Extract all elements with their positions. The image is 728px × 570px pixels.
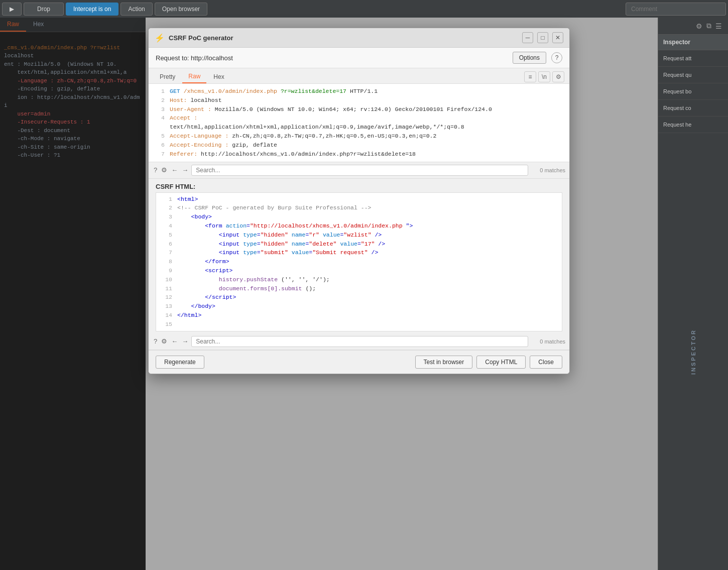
modal-tab-hex[interactable]: Hex <box>207 71 230 83</box>
inspector-request-co[interactable]: Request co <box>658 100 728 117</box>
code-line: text/html,application/xhtml+xml,applicat… <box>149 123 569 132</box>
csrf-code-line: 3 <body> <box>156 212 562 221</box>
csrf-code-line: 7 <input type="submit" value="Submit req… <box>156 248 562 257</box>
csrf-code-area: 1 <html> 2 <!-- CSRF PoC - generated by … <box>156 192 562 331</box>
modal-tab-raw[interactable]: Raw <box>182 70 206 83</box>
csrf-code-line: 12 </script> <box>156 293 562 302</box>
comment-input[interactable] <box>626 3 726 16</box>
search-settings-icon[interactable]: ⚙ <box>160 165 168 175</box>
search-back-icon-2[interactable]: ← <box>170 336 179 346</box>
modal-minimize-button[interactable]: ─ <box>522 32 533 43</box>
search-matches-top: 0 matches <box>530 167 565 173</box>
csrf-code-line: 15 <box>156 320 562 329</box>
intercept-button[interactable]: Intercept is on <box>66 3 118 16</box>
drop-button[interactable]: Drop <box>24 3 64 16</box>
search-forward-icon[interactable]: → <box>181 165 189 175</box>
inspector-vertical-label: INSPECTOR <box>690 329 696 375</box>
search-forward-icon-2[interactable]: → <box>181 336 189 346</box>
csrf-code-line: 9 <script> <box>156 266 562 275</box>
copy-html-button[interactable]: Copy HTML <box>476 356 526 369</box>
action-button[interactable]: Action <box>120 3 152 16</box>
csrf-code-line: 8 </form> <box>156 257 562 266</box>
csrf-code-line: 1 <html> <box>156 195 562 204</box>
search-back-icon[interactable]: ← <box>170 165 179 175</box>
inspector-request-bo[interactable]: Request bo <box>658 83 728 100</box>
newline-icon[interactable]: \n <box>538 71 550 82</box>
inspector-settings-icon[interactable]: ⚙ <box>694 21 704 31</box>
format-icon[interactable]: ≡ <box>524 71 536 82</box>
modal-close-button[interactable]: ✕ <box>552 32 563 43</box>
search-help-icon-2[interactable]: ? <box>153 336 158 346</box>
test-in-browser-button[interactable]: Test in browser <box>415 356 473 369</box>
modal-icon: ⚡ <box>155 33 165 43</box>
code-line: 2 Host: localhost <box>149 96 569 105</box>
request-code-area: 1 GET /xhcms_v1.0/admin/index.php ?r=wzl… <box>149 84 569 162</box>
modal-title: CSRF PoC generator <box>169 34 518 42</box>
csrf-code-line: 13 </body> <box>156 302 562 311</box>
regenerate-button[interactable]: Regenerate <box>156 356 204 369</box>
csrf-code-line: 5 <input type="hidden" name="r" value="w… <box>156 231 562 240</box>
modal-footer: Regenerate Test in browser Copy HTML Clo… <box>149 350 569 374</box>
inspector-request-attr[interactable]: Request att <box>658 50 728 67</box>
inspector-title: Inspector <box>658 35 728 50</box>
options-button[interactable]: Options <box>513 52 546 64</box>
inspector-expand-icon[interactable]: ⧉ <box>704 21 713 31</box>
csrf-code-line: 14 </html> <box>156 311 562 320</box>
code-line: 3 User-Agent : Mozilla/5.0 (Windows NT 1… <box>149 105 569 114</box>
help-button[interactable]: ? <box>551 52 562 63</box>
close-button[interactable]: Close <box>530 356 562 369</box>
inspector-request-he[interactable]: Request he <box>658 117 728 133</box>
search-help-icon[interactable]: ? <box>153 165 158 175</box>
open-browser-button[interactable]: Open browser <box>155 3 207 16</box>
csrf-code-line: 4 <form action="http://localhost/xhcms_v… <box>156 221 562 231</box>
modal-tab-icons: ≡ \n ⚙ <box>524 71 564 82</box>
forward-button[interactable]: ▶ <box>2 3 22 16</box>
search-input-bottom[interactable] <box>191 336 528 347</box>
modal-url-text: Request to: http://localhost <box>156 54 508 62</box>
csrf-section: CSRF HTML: 1 <html> 2 <!-- CSRF PoC - ge… <box>149 179 569 333</box>
search-settings-icon-2[interactable]: ⚙ <box>160 336 168 346</box>
modal-tab-pretty[interactable]: Pretty <box>154 71 181 83</box>
inspector-menu-icon[interactable]: ☰ <box>713 21 724 31</box>
code-line: 5 Accept-Language : zh-CN,zh;q=0.8,zh-TW… <box>149 132 569 141</box>
toolbar: ▶ Drop Intercept is on Action Open brows… <box>0 0 728 18</box>
modal-search-bar-bottom: ? ⚙ ← → 0 matches <box>149 333 569 350</box>
csrf-modal: ⚡ CSRF PoC generator ─ □ ✕ Request to: h… <box>148 28 570 374</box>
search-matches-bottom: 0 matches <box>530 338 565 345</box>
modal-search-bar-top: ? ⚙ ← → 0 matches <box>149 162 569 179</box>
inspector-panel: ⚙ ⧉ ☰ Inspector Request att Request qu R… <box>658 18 728 570</box>
csrf-code-line: 2 <!-- CSRF PoC - generated by Burp Suit… <box>156 203 562 212</box>
modal-request-tabs: Pretty Raw Hex ≡ \n ⚙ <box>149 68 569 84</box>
modal-url-bar: Request to: http://localhost Options ? <box>149 48 569 68</box>
csrf-label: CSRF HTML: <box>156 183 562 190</box>
code-line: 7 Referer: http://localhost/xhcms_v1.0/a… <box>149 150 569 159</box>
code-line: 6 Accept-Encoding : gzip, deflate <box>149 141 569 150</box>
csrf-code-line: 10 history.pushState ('', '', '/'); <box>156 275 562 284</box>
csrf-code-line: 6 <input type="hidden" name="delete" val… <box>156 240 562 249</box>
inspector-request-qu[interactable]: Request qu <box>658 67 728 83</box>
modal-maximize-button[interactable]: □ <box>537 32 548 43</box>
settings-icon[interactable]: ⚙ <box>552 71 564 82</box>
code-line: 1 GET /xhcms_v1.0/admin/index.php ?r=wzl… <box>149 87 569 96</box>
code-line: 4 Accept : <box>149 113 569 123</box>
search-input-top[interactable] <box>191 165 528 176</box>
modal-titlebar: ⚡ CSRF PoC generator ─ □ ✕ <box>149 28 569 48</box>
csrf-code-line: 11 document.forms[0].submit (); <box>156 284 562 293</box>
